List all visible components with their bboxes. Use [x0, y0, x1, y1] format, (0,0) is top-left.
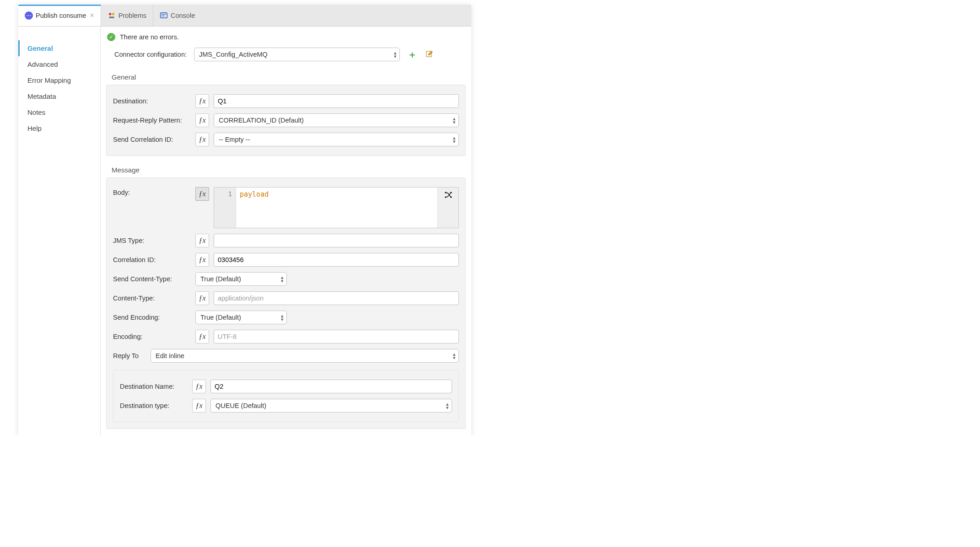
connector-config-select[interactable]: JMS_Config_ActiveMQ ▴▾ — [194, 48, 400, 61]
correlation-id-input[interactable] — [214, 253, 459, 267]
connector-label: Connector configuration: — [114, 51, 187, 58]
edit-config-button[interactable] — [425, 49, 435, 59]
check-icon: ✓ — [107, 33, 115, 41]
row-encoding: Encoding: ƒx — [113, 327, 459, 346]
main-panel: ✓ There are no errors. Connector configu… — [101, 27, 471, 435]
fx-button[interactable]: ƒx — [195, 330, 209, 343]
code-area[interactable]: payload — [236, 188, 437, 228]
fx-button[interactable]: ƒx — [192, 399, 206, 413]
chevron-updown-icon: ▴▾ — [453, 136, 456, 143]
fx-button[interactable]: ƒx — [195, 253, 209, 267]
jms-type-input[interactable] — [214, 234, 459, 247]
destination-label: Destination: — [113, 97, 191, 105]
row-jms-type: JMS Type: ƒx — [113, 231, 459, 250]
select-value: CORRELATION_ID (Default) — [219, 117, 304, 124]
send-content-type-select[interactable]: True (Default) ▴▾ — [195, 272, 287, 286]
reply-to-select[interactable]: Edit inline ▴▾ — [151, 349, 459, 363]
status-text: There are no errors. — [120, 33, 179, 41]
destination-type-select[interactable]: QUEUE (Default) ▴▾ — [210, 399, 452, 413]
select-value: QUEUE (Default) — [215, 402, 266, 409]
destination-name-input[interactable] — [210, 380, 452, 393]
row-destination-type: Destination type: ƒx QUEUE (Default) ▴▾ — [120, 396, 452, 415]
editor-body: General Advanced Error Mapping Metadata … — [18, 27, 471, 435]
fx-button[interactable]: ƒx — [195, 187, 209, 201]
tab-label: Console — [171, 12, 195, 19]
tab-label: Publish consume — [36, 12, 86, 19]
dataweave-graph-icon[interactable] — [444, 190, 453, 201]
dest-type-label: Destination type: — [120, 402, 188, 409]
select-value: True (Default) — [200, 275, 241, 283]
settings-sidebar: General Advanced Error Mapping Metadata … — [18, 27, 101, 435]
close-icon[interactable]: × — [89, 11, 94, 20]
section-message: Body: ƒx 1 payload — [106, 177, 466, 429]
editor-tabstrip: ⋯ Publish consume × Problems Console — [18, 5, 471, 27]
console-icon — [160, 11, 168, 20]
row-content-type: Content-Type: ƒx — [113, 289, 459, 308]
row-destination-name: Destination Name: ƒx — [120, 377, 452, 396]
reply-to-inline-box: Destination Name: ƒx Destination type: ƒ… — [113, 370, 459, 422]
sidebar-item-metadata[interactable]: Metadata — [18, 88, 100, 104]
chevron-updown-icon: ▴▾ — [446, 402, 449, 409]
edit-icon — [425, 50, 434, 59]
select-value: Edit inline — [156, 352, 184, 359]
send-correlation-id-select[interactable]: -- Empty -- ▴▾ — [214, 133, 459, 146]
fx-button[interactable]: ƒx — [195, 234, 209, 247]
svg-rect-4 — [162, 14, 166, 14]
row-send-encoding: Send Encoding: True (Default) ▴▾ — [113, 308, 459, 327]
tab-console[interactable]: Console — [153, 5, 201, 26]
svg-rect-5 — [162, 16, 165, 16]
add-config-button[interactable]: ＋ — [407, 49, 417, 59]
section-title-message: Message — [101, 162, 471, 177]
body-editor[interactable]: 1 payload — [214, 187, 459, 228]
row-correlation-id: Correlation ID: ƒx — [113, 250, 459, 269]
chevron-updown-icon: ▴▾ — [394, 51, 397, 58]
reply-to-label: Reply To — [113, 352, 146, 359]
destination-input[interactable] — [214, 94, 459, 108]
sidebar-item-general[interactable]: General — [18, 40, 100, 56]
row-request-reply-pattern: Request-Reply Pattern: ƒx CORRELATION_ID… — [113, 111, 459, 130]
send-encoding-select[interactable]: True (Default) ▴▾ — [195, 311, 287, 324]
body-value: payload — [240, 190, 269, 198]
fx-button[interactable]: ƒx — [195, 133, 209, 146]
chevron-updown-icon: ▴▾ — [281, 275, 284, 283]
status-row: ✓ There are no errors. — [101, 27, 471, 45]
problems-icon — [108, 11, 116, 20]
send-corr-label: Send Correlation ID: — [113, 136, 191, 143]
sidebar-item-notes[interactable]: Notes — [18, 104, 100, 120]
request-reply-pattern-select[interactable]: CORRELATION_ID (Default) ▴▾ — [214, 113, 459, 127]
fx-button[interactable]: ƒx — [195, 94, 209, 108]
app-window: ⋯ Publish consume × Problems Console Gen… — [18, 5, 471, 435]
code-toolbar — [437, 188, 458, 228]
svg-point-1 — [112, 13, 114, 15]
sidebar-item-error-mapping[interactable]: Error Mapping — [18, 72, 100, 88]
send-ct-label: Send Content-Type: — [113, 275, 191, 283]
select-value: True (Default) — [200, 314, 241, 321]
fx-button[interactable]: ƒx — [192, 380, 206, 393]
tab-problems[interactable]: Problems — [101, 5, 153, 26]
section-general: Destination: ƒx Request-Reply Pattern: ƒ… — [106, 85, 466, 156]
plus-icon: ＋ — [408, 48, 417, 61]
tab-publish-consume[interactable]: ⋯ Publish consume × — [18, 5, 101, 26]
jms-type-label: JMS Type: — [113, 237, 191, 244]
fx-button[interactable]: ƒx — [195, 291, 209, 305]
dest-name-label: Destination Name: — [120, 383, 188, 390]
sidebar-item-advanced[interactable]: Advanced — [18, 56, 100, 72]
connector-config-row: Connector configuration: JMS_Config_Acti… — [101, 45, 471, 70]
chevron-updown-icon: ▴▾ — [453, 117, 456, 124]
row-destination: Destination: ƒx — [113, 91, 459, 111]
svg-point-0 — [109, 13, 111, 15]
sidebar-item-help[interactable]: Help — [18, 120, 100, 136]
row-reply-to: Reply To Edit inline ▴▾ — [113, 346, 459, 365]
row-body: Body: ƒx 1 payload — [113, 184, 459, 231]
select-value: -- Empty -- — [219, 136, 250, 143]
fx-button[interactable]: ƒx — [195, 113, 209, 127]
chevron-updown-icon: ▴▾ — [453, 352, 456, 359]
content-type-input[interactable] — [214, 291, 459, 305]
select-value: JMS_Config_ActiveMQ — [199, 51, 268, 58]
encoding-input[interactable] — [214, 330, 459, 343]
row-send-content-type: Send Content-Type: True (Default) ▴▾ — [113, 269, 459, 289]
line-gutter: 1 — [214, 188, 236, 228]
section-title-general: General — [101, 70, 471, 85]
rrp-label: Request-Reply Pattern: — [113, 117, 191, 124]
send-enc-label: Send Encoding: — [113, 314, 191, 321]
